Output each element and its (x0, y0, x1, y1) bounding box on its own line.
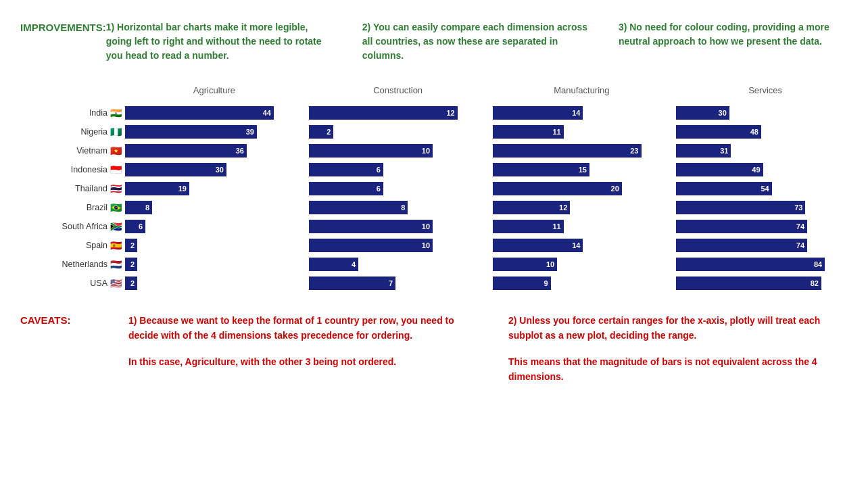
bar-value: 11 (552, 128, 560, 136)
bar-row: 10 (309, 217, 487, 236)
bar-row: 20 (493, 179, 671, 198)
bar-value: 12 (447, 109, 455, 117)
bar-row: 7 (309, 274, 487, 293)
country-label: Spain🇪🇸 (86, 236, 122, 255)
bar-value: 6 (139, 222, 143, 231)
bar: 23 (493, 144, 642, 158)
caveat-p2: This means that the magnitude of bars is… (508, 354, 848, 385)
bar-row: 6 (309, 160, 487, 179)
bar-value: 31 (720, 147, 728, 155)
bar: 10 (309, 220, 433, 233)
country-label: Nigeria🇳🇬 (80, 122, 122, 141)
dimension-chart-manufacturing: Manufacturing1411231520121114109 (493, 76, 671, 293)
bar: 12 (493, 201, 571, 214)
country-label: Vietnam🇻🇳 (76, 141, 122, 160)
chart-group: Agriculture443936301986222Construction12… (125, 76, 854, 293)
country-label: Thailand🇹🇭 (75, 179, 122, 198)
bar-row: 2 (309, 122, 487, 141)
country-flag: 🇮🇳 (110, 107, 122, 118)
dimension-title-construction: Construction (309, 76, 487, 103)
bar-value: 44 (263, 109, 271, 117)
bar: 12 (309, 106, 458, 120)
bar-value: 12 (559, 203, 567, 212)
dimension-chart-construction: Construction12210668101047 (309, 76, 487, 293)
bar-value: 84 (814, 260, 822, 268)
bar-value: 10 (422, 241, 430, 249)
bar: 6 (309, 163, 383, 176)
bar-row: 44 (125, 103, 304, 122)
dimension-title-manufacturing: Manufacturing (493, 76, 671, 103)
bars-container: 443936301986222 (125, 103, 304, 293)
bar-row: 14 (493, 103, 671, 122)
bar-value: 11 (552, 222, 560, 231)
country-name: Spain (86, 241, 107, 250)
bar-row: 23 (493, 141, 671, 160)
country-labels: India🇮🇳Nigeria🇳🇬Vietnam🇻🇳Indonesia🇮🇩Thai… (14, 76, 125, 293)
country-label: India🇮🇳 (89, 103, 122, 122)
caveats-label: CAVEATS: (20, 313, 101, 385)
bar: 10 (493, 258, 558, 271)
country-name: Indonesia (71, 165, 107, 174)
bar-row: 2 (125, 255, 304, 274)
dimension-title-agriculture: Agriculture (125, 76, 304, 103)
bar-row: 15 (493, 160, 671, 179)
bar-row: 6 (125, 217, 304, 236)
bar: 15 (493, 163, 589, 176)
country-flag: 🇻🇳 (110, 145, 122, 156)
caveats-content: 1) Because we want to keep the format of… (128, 313, 848, 385)
country-flag: 🇮🇩 (110, 164, 122, 175)
bar: 6 (125, 220, 145, 233)
bar-value: 39 (246, 128, 254, 136)
bar-row: 74 (676, 236, 854, 255)
bar: 30 (125, 163, 226, 176)
caveat-p1: 1) Because we want to keep the format of… (128, 313, 468, 343)
bar: 4 (309, 258, 358, 271)
bars-container: 1411231520121114109 (493, 103, 671, 293)
bar: 10 (309, 239, 433, 252)
bar-value: 54 (761, 185, 769, 193)
bar-value: 15 (579, 166, 587, 174)
bar: 44 (125, 106, 274, 120)
bar-value: 14 (572, 109, 580, 117)
bar-row: 49 (676, 160, 854, 179)
improvement-item-1: 1) Horizontal bar charts make it more le… (106, 20, 335, 63)
bar-value: 7 (389, 279, 393, 287)
bars-container: 12210668101047 (309, 103, 487, 293)
bar: 84 (676, 258, 825, 271)
country-flag: 🇿🇦 (110, 221, 122, 232)
country-label: Netherlands🇳🇱 (62, 255, 122, 274)
caveat-p2: In this case, Agriculture, with the othe… (128, 354, 468, 369)
bar-row: 4 (309, 255, 487, 274)
bar-row: 73 (676, 198, 854, 217)
bar-value: 36 (236, 147, 244, 155)
bar-value: 23 (630, 147, 638, 155)
bar-value: 74 (796, 241, 804, 249)
bar-value: 2 (130, 260, 135, 268)
bar-row: 31 (676, 141, 854, 160)
country-label: USA🇺🇸 (90, 274, 122, 293)
bar: 54 (676, 182, 771, 195)
country-name: Netherlands (62, 260, 107, 269)
bar-row: 82 (676, 274, 854, 293)
bar: 36 (125, 144, 247, 158)
country-label: South Africa🇿🇦 (62, 217, 122, 236)
improvement-items: 1) Horizontal bar charts make it more le… (106, 20, 848, 63)
improvements-label: IMPROVEMENTS: (20, 20, 106, 33)
bar-row: 30 (125, 160, 304, 179)
country-name: Nigeria (80, 127, 107, 137)
bar-row: 2 (125, 236, 304, 255)
country-name: Vietnam (76, 146, 107, 155)
bar-value: 4 (352, 260, 356, 268)
bar: 19 (125, 182, 189, 195)
caveats-section: CAVEATS: 1) Because we want to keep the … (0, 299, 868, 398)
bar-row: 39 (125, 122, 304, 141)
bar-value: 73 (794, 203, 802, 212)
bar: 73 (676, 201, 805, 214)
bar: 74 (676, 239, 807, 252)
bar-row: 6 (309, 179, 487, 198)
country-flag: 🇳🇱 (110, 259, 122, 270)
chart-section: India🇮🇳Nigeria🇳🇬Vietnam🇻🇳Indonesia🇮🇩Thai… (0, 76, 868, 293)
bars-container: 30483149547374748482 (676, 103, 854, 293)
bar-row: 12 (493, 198, 671, 217)
bar: 9 (493, 277, 551, 290)
